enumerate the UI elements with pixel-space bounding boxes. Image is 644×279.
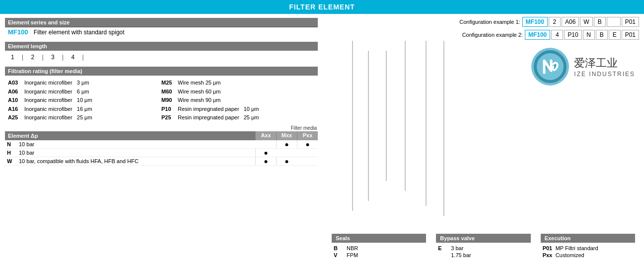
seal-desc-v: FPM — [347, 252, 424, 258]
deltap-code-n: N — [5, 140, 16, 148]
list-item: P01 MP Filtri standard — [543, 245, 633, 251]
filtration-content: A03 Inorganic microfiber 3 μm A06 Inorga… — [5, 78, 318, 125]
config-row-1: Configuration example 1: MF100 2 A06 W B… — [327, 17, 640, 27]
col-header-axx: Axx — [255, 131, 276, 140]
col-header-mxx: Mxx — [276, 131, 297, 140]
seal-desc-b: NBR — [347, 245, 424, 251]
config1-box-2: 2 — [549, 17, 561, 27]
deltap-section: Filter media Element Δp Axx Mxx Pxx N — [5, 125, 318, 166]
bypass-header: Bypass valve — [436, 234, 530, 243]
execution-content: P01 MP Filtri standard Pxx Customized — [541, 244, 635, 260]
config1-box-4: W — [580, 17, 592, 27]
element-length-content: 1 | 2 | 3 | 4 | — [5, 53, 318, 64]
seals-content: B NBR V FPM — [332, 244, 426, 260]
execution-header: Execution — [541, 234, 635, 243]
config1-box-3: A06 — [562, 17, 579, 27]
list-item: M25 Wire mesh 25 μm — [161, 79, 315, 88]
element-series-section: Element series and size MF100 Filter ele… — [5, 18, 318, 39]
length-2: 2 — [28, 54, 37, 61]
list-item: P25 Resin impregnated paper 25 μm — [161, 113, 315, 122]
deltap-row-w: W 10 bar, compatible with fluids HFA, HF… — [5, 157, 318, 166]
deltap-axx-w: ● — [255, 157, 276, 165]
page-title: FILTER ELEMENT — [289, 3, 355, 11]
col-header-pxx: Pxx — [297, 131, 318, 140]
length-3: 3 — [48, 54, 58, 61]
bypass-valve-box: Bypass valve E 3 bar 1.75 bar — [436, 234, 530, 260]
deltap-pxx-n: ● — [297, 140, 318, 148]
config2-box-3: P10 — [564, 30, 581, 40]
deltap-mxx-w: ● — [276, 157, 297, 165]
filter-media-label: Filter media — [5, 125, 318, 131]
list-item: A10 Inorganic microfiber 10 μm — [8, 96, 161, 105]
seal-code-v: V — [334, 252, 344, 258]
deltap-desc-w: 10 bar, compatible with fluids HFA, HFB … — [16, 157, 255, 165]
length-row: 1 | 2 | 3 | 4 | — [8, 54, 315, 61]
config2-box-4: N — [583, 30, 595, 40]
config2-label: Configuration example 2: — [462, 32, 523, 38]
element-length-section: Element length 1 | 2 | 3 | 4 | — [5, 42, 318, 64]
config1-box-6 — [607, 17, 621, 27]
config1-box-5: B — [594, 17, 606, 27]
list-item: A03 Inorganic microfiber 3 μm — [8, 79, 161, 88]
config1-box-1: MF100 — [522, 17, 548, 27]
filtration-section: Filtration rating (filter media) A03 Ino… — [5, 67, 318, 125]
deltap-section-header: Element Δp — [5, 131, 255, 140]
list-item: V FPM — [334, 252, 424, 258]
list-item: B NBR — [334, 245, 424, 251]
config2-box-2: 4 — [551, 30, 563, 40]
deltap-code-h: H — [5, 149, 16, 157]
list-item: A25 Inorganic microfiber 25 μm — [8, 113, 161, 122]
config1-label: Configuration example 1: — [459, 19, 520, 25]
list-item: A06 Inorganic microfiber 6 μm — [8, 88, 161, 96]
logo-text-area: 爱泽工业 IZE INDUSTRIES — [574, 56, 635, 78]
exec-code-pxx: Pxx — [543, 252, 553, 258]
page-wrapper: FILTER ELEMENT Element series and size M… — [0, 0, 644, 278]
deltap-code-w: W — [5, 157, 16, 165]
deltap-header: Element Δp Axx Mxx Pxx — [5, 131, 318, 140]
logo-company-sub: IZE INDUSTRIES — [574, 71, 635, 78]
list-item: 1.75 bar — [438, 252, 528, 258]
filtration-right: M25 Wire mesh 25 μm M60 Wire mesh 60 μm … — [161, 79, 315, 122]
list-item: E 3 bar — [438, 245, 528, 251]
deltap-desc-n: 10 bar — [16, 140, 255, 148]
deltap-mxx-n: ● — [276, 140, 297, 148]
logo-icon — [530, 47, 570, 87]
list-item: Pxx Customized — [543, 252, 633, 258]
config2-box-5: B — [596, 30, 608, 40]
mf100-description: Filter element with standard spigot — [34, 29, 125, 36]
element-series-header: Element series and size — [5, 18, 318, 27]
length-1: 1 — [8, 54, 17, 61]
config2-box-1: MF100 — [525, 30, 550, 40]
logo-company-name: 爱泽工业 — [574, 56, 635, 71]
filtration-header: Filtration rating (filter media) — [5, 67, 318, 76]
config2-box-7: P01 — [622, 30, 639, 40]
seals-box: Seals B NBR V FPM — [332, 234, 426, 260]
element-length-header: Element length — [5, 42, 318, 51]
config1-box-7: P01 — [622, 17, 639, 27]
bottom-info: Seals B NBR V FPM — [332, 234, 635, 260]
bypass-desc-e: 3 bar — [451, 245, 528, 251]
exec-desc-p01: MP Filtri standard — [556, 245, 633, 251]
exec-desc-pxx: Customized — [556, 252, 633, 258]
exec-code-p01: P01 — [543, 245, 553, 251]
list-item: M90 Wire mesh 90 μm — [161, 96, 315, 105]
deltap-desc-h: 10 bar — [16, 149, 255, 157]
list-item: P10 Resin impregnated paper 10 μm — [161, 105, 315, 114]
bypass-desc-175: 1.75 bar — [451, 252, 528, 258]
deltap-axx-h: ● — [255, 149, 276, 157]
bypass-content: E 3 bar 1.75 bar — [436, 244, 530, 260]
element-series-content: MF100 Filter element with standard spigo… — [5, 27, 318, 39]
filtration-left: A03 Inorganic microfiber 3 μm A06 Inorga… — [8, 79, 161, 122]
config-area: Configuration example 1: MF100 2 A06 W B… — [327, 17, 640, 40]
list-item: A16 Inorganic microfiber 16 μm — [8, 105, 161, 114]
list-item: M60 Wire mesh 60 μm — [161, 88, 315, 96]
deltap-row-n: N 10 bar ● ● — [5, 140, 318, 149]
bypass-code-e: E — [438, 245, 448, 251]
logo-area: 爱泽工业 IZE INDUSTRIES — [530, 47, 635, 87]
deltap-row-h: H 10 bar ● — [5, 149, 318, 157]
seals-header: Seals — [332, 234, 426, 243]
length-4: 4 — [68, 54, 77, 61]
mf100-label: MF100 — [8, 28, 28, 36]
config2-box-6: E — [609, 30, 621, 40]
seal-code-b: B — [334, 245, 344, 251]
